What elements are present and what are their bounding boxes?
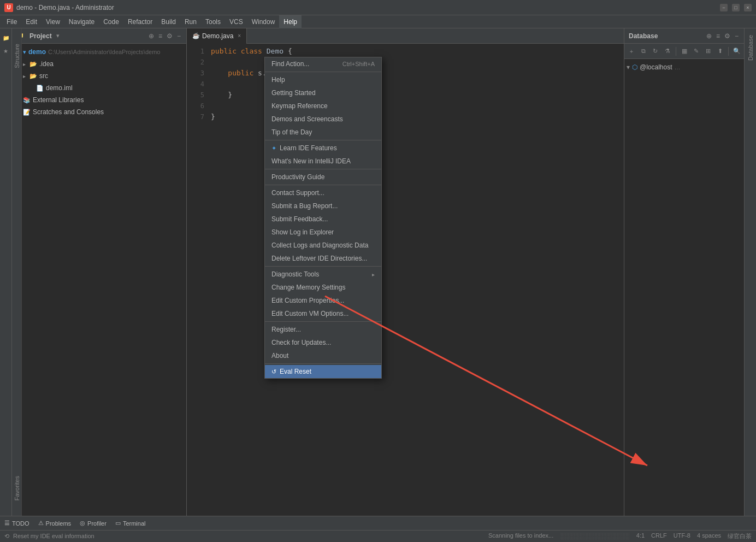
separator-4 <box>265 266 381 267</box>
db-edit-icon[interactable]: ✎ <box>691 46 701 56</box>
project-panel: 📁 Project ▾ ⊕ ≡ ⚙ − ▾ ▾ demo C:\Users\Ad… <box>12 28 187 516</box>
close-button[interactable]: × <box>744 4 752 11</box>
menu-run[interactable]: Run <box>180 15 201 28</box>
menu-collect-logs[interactable]: Collect Logs and Diagnostic Data <box>265 239 381 252</box>
db-refresh-icon[interactable]: ↻ <box>651 46 660 56</box>
reset-eval-button[interactable]: ⟲ Reset my IDE eval information <box>4 533 94 540</box>
database-sidebar-label[interactable]: Database <box>745 31 756 65</box>
menu-diagnostic-tools[interactable]: Diagnostic Tools ▸ <box>265 268 381 281</box>
help-dropdown-menu[interactable]: Find Action... Ctrl+Shift+A Help Getting… <box>264 57 382 379</box>
db-settings-icon[interactable]: ⚙ <box>723 31 731 41</box>
bottom-toolbar: ☰ TODO ⚠ Problems ◎ Profiler ▭ Terminal <box>0 516 756 530</box>
menu-about[interactable]: About <box>265 349 381 362</box>
menu-file[interactable]: File <box>2 15 21 28</box>
menu-submit-feedback[interactable]: Submit Feedback... <box>265 213 381 226</box>
close-panel-icon[interactable]: − <box>176 31 182 41</box>
db-search-icon[interactable]: 🔍 <box>732 46 742 56</box>
todo-icon: ☰ <box>4 520 10 527</box>
menu-getting-started[interactable]: Getting Started <box>265 86 381 99</box>
eval-reset-icon: ↺ <box>271 368 276 375</box>
menu-edit-custom-props[interactable]: Edit Custom Properties... <box>265 294 381 307</box>
db-add-icon[interactable]: ⊕ <box>705 31 713 41</box>
git-username: 绿官白茶 <box>728 532 752 540</box>
submenu-arrow: ▸ <box>372 272 375 278</box>
db-export-icon[interactable]: ⬆ <box>715 46 725 56</box>
tree-src[interactable]: ▸ 📂 src <box>12 70 186 82</box>
menu-navigate[interactable]: Navigate <box>64 15 99 28</box>
minimize-button[interactable]: − <box>720 4 728 11</box>
menu-help[interactable]: Help <box>279 15 302 28</box>
maximize-button[interactable]: □ <box>732 4 740 11</box>
favorites-label[interactable]: Favorites <box>13 472 21 505</box>
tree-demo-iml[interactable]: 📄 demo.iml <box>12 82 186 94</box>
indent-status[interactable]: 4 spaces <box>697 532 721 540</box>
project-toolbar: ⊕ ≡ ⚙ − <box>147 31 182 41</box>
project-panel-header: 📁 Project ▾ ⊕ ≡ ⚙ − <box>12 28 186 44</box>
collapse-icon[interactable]: ≡ <box>157 31 163 41</box>
menu-productivity[interactable]: Productivity Guide <box>265 170 381 184</box>
menu-contact-support[interactable]: Contact Support... <box>265 186 381 199</box>
menu-check-updates[interactable]: Check for Updates... <box>265 336 381 349</box>
locate-icon[interactable]: ⊕ <box>147 31 155 41</box>
db-sql-icon[interactable]: ⊞ <box>703 46 713 56</box>
structure-label[interactable]: Structure <box>13 39 21 73</box>
separator-2 <box>265 169 381 169</box>
menu-keymap-reference[interactable]: Keymap Reference <box>265 99 381 113</box>
menu-eval-reset[interactable]: ↺ Eval Reset <box>265 365 381 378</box>
terminal-icon: ▭ <box>115 520 121 527</box>
problems-button[interactable]: ⚠ Problems <box>38 520 71 527</box>
tree-root-demo[interactable]: ▾ ▾ demo C:\Users\Administrator\IdeaProj… <box>12 46 186 58</box>
status-right-items: Scanning files to index... ░░░░░░░░░░░░░… <box>488 532 752 540</box>
menu-submit-bug[interactable]: Submit a Bug Report... <box>265 199 381 213</box>
terminal-button[interactable]: ▭ Terminal <box>115 520 146 527</box>
menu-build[interactable]: Build <box>157 15 180 28</box>
db-copy-icon[interactable]: ⧉ <box>639 46 648 56</box>
profiler-button[interactable]: ◎ Profiler <box>80 520 107 527</box>
menu-learn-ide[interactable]: ✦ Learn IDE Features <box>265 142 381 155</box>
separator-1 <box>265 140 381 140</box>
menu-vcs[interactable]: VCS <box>225 15 247 28</box>
menu-view[interactable]: View <box>42 15 64 28</box>
db-table-icon[interactable]: ▦ <box>680 46 689 56</box>
tree-scratches[interactable]: 📝 Scratches and Consoles <box>12 106 186 118</box>
menu-window[interactable]: Window <box>247 15 280 28</box>
settings-icon[interactable]: ⚙ <box>166 31 174 41</box>
project-tree: ▾ ▾ demo C:\Users\Administrator\IdeaProj… <box>12 44 186 516</box>
menu-demos-screencasts[interactable]: Demos and Screencasts <box>265 113 381 126</box>
menu-register[interactable]: Register... <box>265 323 381 336</box>
position-status[interactable]: 4:1 <box>636 532 645 540</box>
tree-idea[interactable]: ▸ 📂 .idea <box>12 58 186 70</box>
structure-sidebar: Structure Favorites <box>12 28 22 516</box>
db-filter-icon[interactable]: ⚗ <box>663 46 672 56</box>
menu-find-action[interactable]: Find Action... Ctrl+Shift+A <box>265 57 381 70</box>
encoding-status[interactable]: UTF-8 <box>674 532 690 540</box>
menu-code[interactable]: Code <box>99 15 123 28</box>
db-localhost-item[interactable]: ▾ ⬡ @localhost … <box>627 61 742 73</box>
db-collapse-icon[interactable]: ≡ <box>715 31 721 41</box>
menu-refactor[interactable]: Refactor <box>123 15 157 28</box>
project-title: Project <box>29 32 52 40</box>
tree-external-libs[interactable]: ▸ 📚 External Libraries <box>12 94 186 106</box>
window-controls[interactable]: − □ × <box>720 4 752 11</box>
window-title: demo - Demo.java - Administrator <box>16 4 114 11</box>
menu-whats-new[interactable]: What's New in IntelliJ IDEA <box>265 155 381 168</box>
menu-change-memory[interactable]: Change Memory Settings <box>265 281 381 294</box>
left-icon-sidebar: 📁 ★ <box>0 28 12 516</box>
db-minimize-icon[interactable]: − <box>734 31 740 41</box>
todo-button[interactable]: ☰ TODO <box>4 520 29 527</box>
menu-edit-custom-vm[interactable]: Edit Custom VM Options... <box>265 307 381 320</box>
menu-tip-of-day[interactable]: Tip of the Day <box>265 126 381 139</box>
editor-area: ☕ Demo.java × 1 2 3 4 5 6 7 public class… <box>187 28 624 516</box>
menu-show-log[interactable]: Show Log in Explorer <box>265 226 381 239</box>
menu-help-item[interactable]: Help <box>265 73 381 86</box>
tab-demo-java[interactable]: ☕ Demo.java × <box>187 28 247 44</box>
menu-tools[interactable]: Tools <box>201 15 225 28</box>
project-icon[interactable]: 📁 <box>1 33 11 43</box>
editor-content[interactable]: 1 2 3 4 5 6 7 public class Demo { public… <box>187 44 624 516</box>
bookmark-icon[interactable]: ★ <box>1 46 11 56</box>
menu-edit[interactable]: Edit <box>21 15 42 28</box>
line-ending-status[interactable]: CRLF <box>651 532 667 540</box>
menu-delete-leftover[interactable]: Delete Leftover IDE Directories... <box>265 252 381 265</box>
editor-tabs: ☕ Demo.java × <box>187 28 624 44</box>
db-add-datasource-icon[interactable]: + <box>627 46 636 56</box>
